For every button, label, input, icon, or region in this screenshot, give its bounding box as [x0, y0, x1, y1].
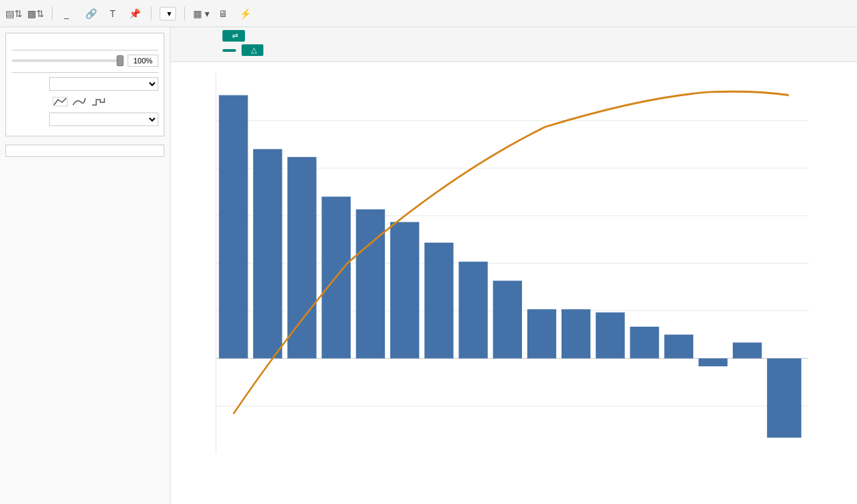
paperclip-icon[interactable]: 🔗 — [83, 5, 99, 22]
border-select[interactable] — [49, 77, 158, 91]
bar-accessories — [287, 157, 316, 358]
separator-3 — [184, 7, 185, 20]
opacity-section — [12, 55, 158, 67]
markers-row — [12, 95, 158, 108]
panel-divider-2 — [12, 72, 158, 73]
chevron-down-icon: ▾ — [167, 9, 171, 18]
sort-asc-icon[interactable]: ▤⇅ — [5, 5, 22, 22]
pin-icon[interactable]: 📌 — [126, 5, 143, 22]
bar-machines — [630, 327, 658, 359]
bar-furnishings — [493, 281, 521, 359]
y-left-axis — [181, 73, 216, 469]
opacity-input[interactable] — [128, 55, 158, 67]
separator-2 — [151, 7, 151, 20]
color-panel — [5, 33, 164, 136]
marker-step-icon[interactable] — [90, 95, 106, 108]
bar-copiers — [219, 95, 248, 359]
bar-art — [562, 309, 590, 358]
svg-rect-0 — [53, 97, 68, 106]
opacity-row — [12, 55, 158, 67]
halo-row — [12, 113, 158, 126]
content-area: ⇌ △ — [171, 27, 857, 504]
share-icon[interactable]: ⚡ — [237, 5, 253, 22]
text-icon[interactable]: T — [104, 5, 121, 22]
rows-pill-1[interactable] — [222, 49, 236, 52]
filter-icon: ⇌ — [232, 31, 238, 40]
bar-appliances — [459, 262, 487, 359]
chart-svg — [216, 73, 809, 454]
monitor-icon[interactable]: 🖥 — [215, 5, 231, 22]
opacity-slider[interactable] — [12, 59, 124, 62]
marker-line-icon[interactable] — [52, 95, 68, 108]
x-axis-labels — [216, 456, 809, 458]
chart-plot — [216, 73, 809, 469]
bar-labels — [596, 312, 624, 358]
bar-bookcases — [733, 342, 761, 358]
columns-shelf: ⇌ — [176, 30, 852, 42]
bar-supplies — [699, 359, 727, 367]
opacity-thumb[interactable] — [117, 55, 124, 66]
main-area: ⇌ △ — [0, 27, 857, 504]
rows-pill-2[interactable]: △ — [242, 44, 263, 56]
panel-divider-1 — [12, 50, 158, 50]
bar-storage — [424, 243, 453, 359]
standard-dropdown[interactable]: ▾ — [160, 7, 176, 20]
halo-select[interactable] — [49, 113, 158, 126]
bar-fasteners — [665, 335, 693, 359]
bar-binders — [356, 209, 385, 359]
delta-icon: △ — [251, 46, 257, 55]
underline-icon[interactable]: ̲ — [61, 5, 77, 22]
left-panel — [0, 27, 171, 504]
sort-desc-icon[interactable]: ▩⇅ — [27, 5, 44, 22]
marks-panel — [5, 145, 164, 157]
columns-pill[interactable]: ⇌ — [222, 30, 245, 42]
y-right-axis — [809, 73, 846, 469]
bar-chairs — [390, 222, 419, 359]
toolbar: ▤⇅ ▩⇅ ̲ 🔗 T 📌 ▾ ▦ ▾ 🖥 ⚡ — [0, 0, 857, 27]
border-row — [12, 77, 158, 91]
shelves: ⇌ △ — [171, 27, 857, 62]
effects-section — [12, 77, 158, 126]
rows-shelf: △ — [176, 44, 852, 56]
bar-phones — [253, 149, 282, 359]
bar-tables — [767, 359, 801, 438]
bar-envelopes — [527, 309, 556, 358]
bar-chart-icon[interactable]: ▦ ▾ — [193, 5, 209, 22]
chart-area — [171, 62, 857, 504]
marker-smooth-icon[interactable] — [71, 95, 87, 108]
separator-1 — [52, 7, 53, 20]
